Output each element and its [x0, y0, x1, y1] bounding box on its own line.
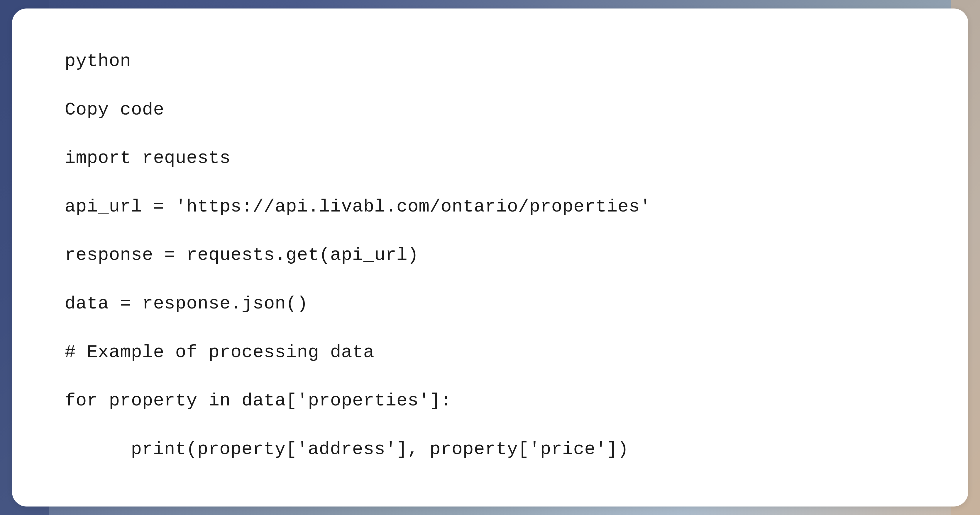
code-line-comment: # Example of processing data [65, 341, 915, 364]
code-line-for-loop: for property in data['properties']: [65, 389, 915, 413]
code-line-data: data = response.json() [65, 292, 915, 316]
code-line-print: print(property['address'], property['pri… [65, 438, 915, 461]
code-line-response: response = requests.get(api_url) [65, 244, 915, 267]
code-card: python Copy code import requests api_url… [12, 8, 968, 507]
code-line-import: import requests [65, 146, 915, 170]
code-line-language: python [65, 49, 915, 73]
copy-code-label[interactable]: Copy code [65, 98, 915, 122]
code-line-api-url: api_url = 'https://api.livabl.com/ontari… [65, 195, 915, 219]
